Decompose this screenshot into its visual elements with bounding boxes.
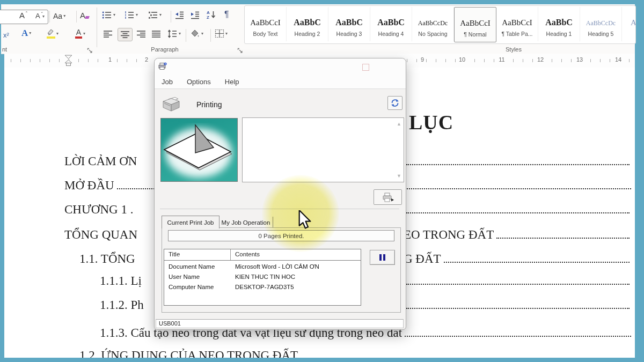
table-row[interactable]: Document Name Microsoft Word - LỜI CẢM Ơ… [164, 262, 361, 272]
multilevel-list-button[interactable]: ▾ [148, 11, 162, 19]
highlighter-icon [46, 29, 55, 39]
style-heading-4[interactable]: AaBbCHeading 4 [370, 7, 412, 41]
ruler-number: 1 [106, 56, 114, 63]
justify-icon [151, 30, 161, 38]
increase-indent-button[interactable] [190, 11, 200, 19]
align-left-icon [103, 30, 113, 38]
column-contents[interactable]: Contents [231, 249, 361, 260]
style-heading-5[interactable]: AaBbCcDcHeading 5 [580, 7, 622, 41]
bullet-list-icon [102, 11, 112, 19]
clear-formatting-button[interactable]: A [80, 11, 89, 20]
chevron-down-icon: ▾ [225, 32, 228, 36]
font-dialog-launcher[interactable] [87, 46, 93, 52]
minimize-button[interactable] [332, 62, 343, 71]
numbered-list-icon [125, 11, 135, 19]
divider [210, 29, 211, 42]
grow-font-button[interactable]: Aˆ [19, 11, 27, 20]
menu-job[interactable]: Job [162, 78, 173, 86]
divider [186, 29, 186, 42]
printer-status-icon [160, 97, 181, 114]
line-spacing-button[interactable]: ▾ [167, 29, 181, 38]
paragraph-dialog-launcher[interactable] [237, 46, 243, 52]
menu-help[interactable]: Help [225, 78, 239, 86]
ruler-number: 14 [613, 56, 624, 63]
align-right-button[interactable] [136, 30, 146, 38]
borders-grid-icon [215, 29, 224, 38]
paint-bucket-icon [190, 29, 200, 38]
change-case-button[interactable]: Aa▾ [53, 12, 65, 20]
numbered-list-button[interactable]: ▾ [125, 11, 138, 19]
chevron-down-icon: ▾ [83, 32, 85, 36]
highlight-color-button[interactable]: ▾ [46, 29, 58, 39]
refresh-button[interactable] [387, 96, 402, 110]
decrease-indent-button[interactable] [174, 11, 185, 19]
svg-text:A: A [207, 10, 210, 15]
style-heading-2[interactable]: AaBbCHeading 2 [287, 7, 328, 41]
align-right-icon [136, 30, 146, 38]
pause-button[interactable] [370, 250, 395, 265]
bullet-list-button[interactable]: ▾ [102, 11, 115, 19]
sort-icon: AZ [206, 10, 216, 19]
superscript-button[interactable]: x² [3, 31, 9, 39]
text-effects-button[interactable]: A▾ [21, 28, 31, 39]
dialog-titlebar[interactable] [155, 58, 406, 75]
chevron-down-icon: ▾ [56, 32, 58, 36]
dot-leader [496, 238, 630, 239]
print-button[interactable] [374, 189, 402, 205]
font-color-icon: A [75, 29, 82, 39]
align-left-button[interactable] [103, 30, 113, 38]
job-list-box[interactable]: ▲ ▼ [242, 117, 404, 182]
styles-group-label: Styles [495, 46, 532, 53]
ruler-number: 10 [457, 56, 467, 63]
style-heading-1[interactable]: AaBbCHeading 1 [538, 7, 580, 41]
column-title[interactable]: Title [164, 249, 231, 260]
scroll-down-icon[interactable]: ▼ [397, 173, 401, 179]
ribbon: ▾ Aˆ Aˇ Aa▾ A x² A▾ ▾ A ▾ ▾ ▾ [1, 4, 635, 54]
svg-text:Z: Z [207, 15, 209, 19]
style-heading-3[interactable]: AaBbCHeading 3 [328, 7, 370, 41]
sort-button[interactable]: AZ [206, 10, 216, 19]
decrease-indent-icon [174, 11, 185, 19]
table-row[interactable]: User Name KIEN THUC TIN HOC [164, 272, 361, 282]
scroll-up-icon[interactable]: ▲ [397, 121, 401, 127]
style-heading-6[interactable]: AaBbCHeadi [622, 7, 636, 41]
show-formatting-button[interactable]: ¶ [224, 10, 229, 19]
print-icon [381, 191, 395, 203]
justify-button[interactable] [151, 30, 161, 38]
table-row[interactable]: Computer Name DESKTOP-7AGD3T5 [164, 282, 361, 292]
refresh-icon [390, 98, 400, 108]
style-normal[interactable]: AaBbCcI¶ Normal [454, 7, 496, 42]
toc-row[interactable]: 1.2. ỨNG DỤNG CỦA NEO TRONG ĐẤT [4, 346, 633, 358]
chevron-down-icon: ▾ [179, 32, 181, 36]
style-table-paragraph[interactable]: AaBbCcI¶ Table Pa... [496, 7, 538, 41]
dot-leader [406, 212, 630, 213]
dialog-status-bar: USB001 [156, 319, 404, 328]
ruler-number: 12 [535, 56, 546, 63]
style-no-spacing[interactable]: AaBbCcDcNo Spacing [412, 7, 454, 41]
font-color-button[interactable]: A ▾ [75, 29, 85, 39]
maximize-button[interactable] [362, 64, 369, 71]
separator [160, 209, 399, 209]
dialog-menubar: Job Options Help [155, 75, 406, 89]
shading-button[interactable]: ▾ [190, 29, 203, 38]
close-button[interactable] [385, 62, 397, 71]
style-body-text[interactable]: AaBbCcIBody Text [245, 7, 287, 41]
dot-leader [406, 308, 630, 309]
ruler-number: 9 [419, 56, 426, 63]
borders-button[interactable]: ▾ [215, 29, 228, 38]
menu-options[interactable]: Options [187, 78, 211, 86]
chevron-down-icon: ▾ [63, 14, 65, 18]
shrink-font-button[interactable]: Aˇ [35, 12, 43, 20]
group-divider [97, 8, 97, 47]
ruler-number: 2 [143, 56, 150, 63]
chevron-down-icon: ▾ [113, 13, 115, 17]
table-header[interactable]: Title Contents [164, 249, 361, 261]
pages-printed-progress: 0 Pages Printed. [168, 230, 394, 241]
tab-current-print-job[interactable]: Current Print Job [162, 216, 219, 228]
divider [76, 11, 77, 23]
indent-marker[interactable] [64, 55, 72, 69]
align-center-button[interactable] [118, 28, 132, 41]
increase-indent-icon [190, 11, 200, 19]
chevron-down-icon: ▾ [201, 32, 203, 36]
tab-my-job-operation[interactable]: My Job Operation [219, 217, 273, 228]
